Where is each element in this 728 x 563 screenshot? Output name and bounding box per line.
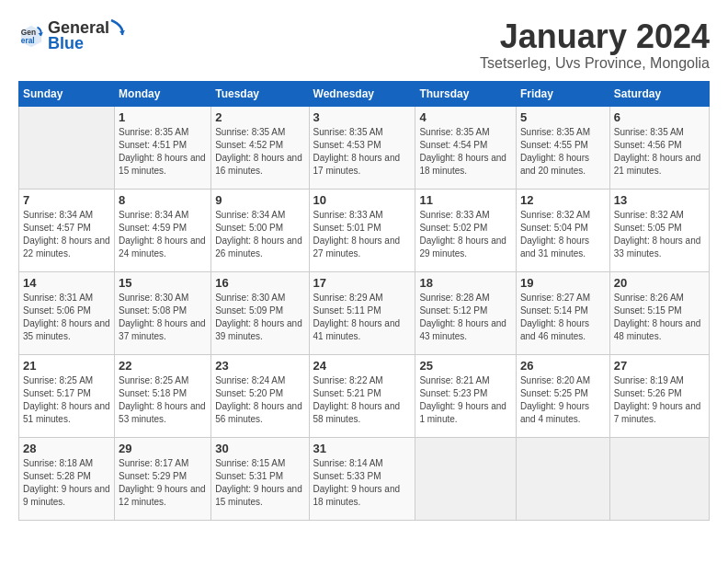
calendar-cell: 27 Sunrise: 8:19 AMSunset: 5:26 PMDaylig… <box>609 354 709 437</box>
calendar-cell: 2 Sunrise: 8:35 AMSunset: 4:52 PMDayligh… <box>211 106 309 189</box>
day-number: 30 <box>215 442 304 455</box>
calendar-cell: 15 Sunrise: 8:30 AMSunset: 5:08 PMDaylig… <box>115 271 211 354</box>
day-number: 5 <box>520 110 606 124</box>
day-number: 2 <box>215 110 304 124</box>
calendar-table: SundayMondayTuesdayWednesdayThursdayFrid… <box>18 81 710 521</box>
day-info: Sunrise: 8:14 AMSunset: 5:33 PMDaylight:… <box>313 458 401 507</box>
calendar-cell: 24 Sunrise: 8:22 AMSunset: 5:21 PMDaylig… <box>309 354 415 437</box>
weekday-header-monday: Monday <box>115 81 211 106</box>
weekday-header-sunday: Sunday <box>19 81 115 106</box>
calendar-cell: 26 Sunrise: 8:20 AMSunset: 5:25 PMDaylig… <box>516 354 609 437</box>
day-number: 26 <box>520 359 606 373</box>
weekday-header-row: SundayMondayTuesdayWednesdayThursdayFrid… <box>19 81 710 106</box>
calendar-cell: 10 Sunrise: 8:33 AMSunset: 5:01 PMDaylig… <box>309 189 415 271</box>
calendar-cell: 31 Sunrise: 8:14 AMSunset: 5:33 PMDaylig… <box>309 437 415 520</box>
calendar-cell: 6 Sunrise: 8:35 AMSunset: 4:56 PMDayligh… <box>609 106 709 189</box>
day-number: 16 <box>215 276 304 290</box>
calendar-week-row: 7 Sunrise: 8:34 AMSunset: 4:57 PMDayligh… <box>19 189 710 271</box>
day-info: Sunrise: 8:21 AMSunset: 5:23 PMDaylight:… <box>419 375 506 424</box>
calendar-cell: 21 Sunrise: 8:25 AMSunset: 5:17 PMDaylig… <box>19 354 115 437</box>
day-info: Sunrise: 8:27 AMSunset: 5:14 PMDaylight:… <box>520 293 590 341</box>
calendar-cell: 8 Sunrise: 8:34 AMSunset: 4:59 PMDayligh… <box>115 189 211 271</box>
calendar-cell <box>415 437 517 520</box>
day-number: 10 <box>313 193 412 207</box>
day-number: 11 <box>419 193 512 207</box>
day-number: 23 <box>215 359 304 373</box>
day-info: Sunrise: 8:34 AMSunset: 4:57 PMDaylight:… <box>23 210 110 259</box>
day-number: 22 <box>119 359 207 373</box>
day-info: Sunrise: 8:24 AMSunset: 5:20 PMDaylight:… <box>215 375 302 424</box>
calendar-cell: 11 Sunrise: 8:33 AMSunset: 5:02 PMDaylig… <box>415 189 517 271</box>
calendar-cell: 28 Sunrise: 8:18 AMSunset: 5:28 PMDaylig… <box>19 437 115 520</box>
weekday-header-wednesday: Wednesday <box>309 81 415 106</box>
day-info: Sunrise: 8:20 AMSunset: 5:25 PMDaylight:… <box>520 375 590 424</box>
logo-icon: Gen eral <box>18 23 44 49</box>
calendar-cell <box>19 106 115 189</box>
day-number: 7 <box>23 193 110 207</box>
calendar-cell: 29 Sunrise: 8:17 AMSunset: 5:29 PMDaylig… <box>115 437 211 520</box>
day-info: Sunrise: 8:32 AMSunset: 5:05 PMDaylight:… <box>614 210 701 259</box>
svg-marker-4 <box>119 30 125 35</box>
calendar-cell: 17 Sunrise: 8:29 AMSunset: 5:11 PMDaylig… <box>309 271 415 354</box>
logo-blue: Blue <box>48 34 84 52</box>
day-info: Sunrise: 8:35 AMSunset: 4:54 PMDaylight:… <box>419 127 506 176</box>
logo-swoosh <box>109 18 126 37</box>
calendar-week-row: 1 Sunrise: 8:35 AMSunset: 4:51 PMDayligh… <box>19 106 710 189</box>
day-info: Sunrise: 8:17 AMSunset: 5:29 PMDaylight:… <box>119 458 206 507</box>
svg-text:eral: eral <box>21 36 35 45</box>
day-info: Sunrise: 8:33 AMSunset: 5:01 PMDaylight:… <box>313 210 401 259</box>
day-number: 8 <box>119 193 207 207</box>
calendar-cell: 1 Sunrise: 8:35 AMSunset: 4:51 PMDayligh… <box>115 106 211 189</box>
day-number: 19 <box>520 276 606 290</box>
day-info: Sunrise: 8:35 AMSunset: 4:52 PMDaylight:… <box>215 127 302 176</box>
day-number: 18 <box>419 276 512 290</box>
day-number: 3 <box>313 110 412 124</box>
day-info: Sunrise: 8:22 AMSunset: 5:21 PMDaylight:… <box>313 375 401 424</box>
day-info: Sunrise: 8:35 AMSunset: 4:53 PMDaylight:… <box>313 127 401 176</box>
calendar-cell: 9 Sunrise: 8:34 AMSunset: 5:00 PMDayligh… <box>211 189 309 271</box>
weekday-header-saturday: Saturday <box>609 81 709 106</box>
calendar-cell: 7 Sunrise: 8:34 AMSunset: 4:57 PMDayligh… <box>19 189 115 271</box>
calendar-cell <box>516 437 609 520</box>
calendar-cell: 14 Sunrise: 8:31 AMSunset: 5:06 PMDaylig… <box>19 271 115 354</box>
day-info: Sunrise: 8:18 AMSunset: 5:28 PMDaylight:… <box>23 458 110 507</box>
header: Gen eral General Blue January 2024 Tsets… <box>18 18 710 72</box>
day-number: 31 <box>313 442 412 455</box>
day-info: Sunrise: 8:32 AMSunset: 5:04 PMDaylight:… <box>520 210 590 259</box>
day-info: Sunrise: 8:35 AMSunset: 4:56 PMDaylight:… <box>614 127 701 176</box>
title-area: January 2024 Tsetserleg, Uvs Province, M… <box>480 18 710 72</box>
month-title: January 2024 <box>480 18 710 55</box>
day-info: Sunrise: 8:30 AMSunset: 5:09 PMDaylight:… <box>215 293 302 341</box>
day-number: 29 <box>119 442 207 455</box>
weekday-header-thursday: Thursday <box>415 81 517 106</box>
day-number: 1 <box>119 110 207 124</box>
calendar-cell: 12 Sunrise: 8:32 AMSunset: 5:04 PMDaylig… <box>516 189 609 271</box>
calendar-cell: 5 Sunrise: 8:35 AMSunset: 4:55 PMDayligh… <box>516 106 609 189</box>
logo: Gen eral General Blue <box>18 18 126 53</box>
day-info: Sunrise: 8:33 AMSunset: 5:02 PMDaylight:… <box>419 210 506 259</box>
calendar-cell: 18 Sunrise: 8:28 AMSunset: 5:12 PMDaylig… <box>415 271 517 354</box>
day-info: Sunrise: 8:30 AMSunset: 5:08 PMDaylight:… <box>119 293 206 341</box>
day-number: 21 <box>23 359 110 373</box>
calendar-cell: 19 Sunrise: 8:27 AMSunset: 5:14 PMDaylig… <box>516 271 609 354</box>
logo-text: General Blue <box>48 18 126 53</box>
day-number: 28 <box>23 442 110 455</box>
calendar-week-row: 21 Sunrise: 8:25 AMSunset: 5:17 PMDaylig… <box>19 354 710 437</box>
calendar-cell: 13 Sunrise: 8:32 AMSunset: 5:05 PMDaylig… <box>609 189 709 271</box>
calendar-cell: 16 Sunrise: 8:30 AMSunset: 5:09 PMDaylig… <box>211 271 309 354</box>
day-number: 9 <box>215 193 304 207</box>
calendar-cell: 25 Sunrise: 8:21 AMSunset: 5:23 PMDaylig… <box>415 354 517 437</box>
calendar-cell: 4 Sunrise: 8:35 AMSunset: 4:54 PMDayligh… <box>415 106 517 189</box>
day-number: 13 <box>614 193 705 207</box>
calendar-cell: 30 Sunrise: 8:15 AMSunset: 5:31 PMDaylig… <box>211 437 309 520</box>
calendar-cell: 3 Sunrise: 8:35 AMSunset: 4:53 PMDayligh… <box>309 106 415 189</box>
day-number: 6 <box>614 110 705 124</box>
day-info: Sunrise: 8:26 AMSunset: 5:15 PMDaylight:… <box>614 293 701 341</box>
calendar-week-row: 28 Sunrise: 8:18 AMSunset: 5:28 PMDaylig… <box>19 437 710 520</box>
location-title: Tsetserleg, Uvs Province, Mongolia <box>480 55 710 72</box>
day-info: Sunrise: 8:29 AMSunset: 5:11 PMDaylight:… <box>313 293 401 341</box>
calendar-cell: 22 Sunrise: 8:25 AMSunset: 5:18 PMDaylig… <box>115 354 211 437</box>
day-info: Sunrise: 8:35 AMSunset: 4:55 PMDaylight:… <box>520 127 590 176</box>
day-number: 25 <box>419 359 512 373</box>
calendar-cell <box>609 437 709 520</box>
